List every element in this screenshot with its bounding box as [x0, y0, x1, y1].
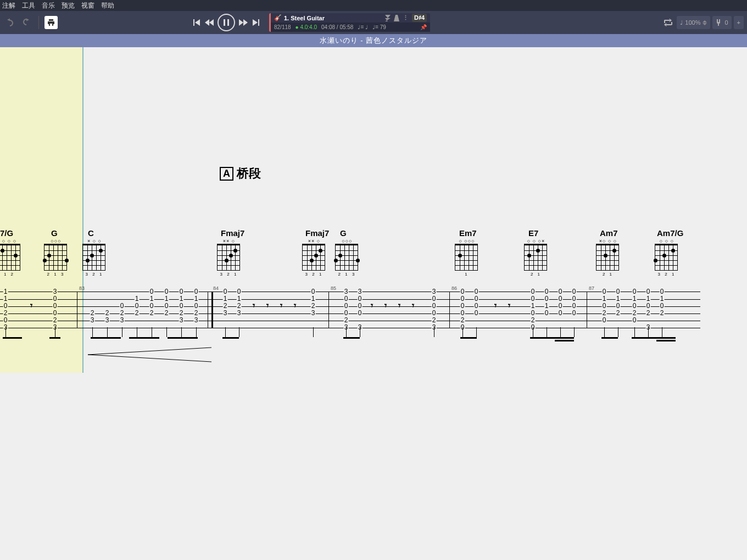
fret-number[interactable]: 0 — [53, 295, 58, 303]
fret-number[interactable]: 0 — [544, 295, 549, 303]
plus-button[interactable]: + — [734, 16, 744, 29]
tool-box[interactable]: 0 — [712, 16, 731, 29]
score-area[interactable]: A桥段 7/G G C Fmaj7 Fmaj7 G Em7 E7 Am7 Am7… — [0, 47, 747, 560]
fret-number[interactable]: 2 — [311, 302, 316, 310]
fret-number[interactable]: 2 — [646, 309, 651, 317]
forward-icon[interactable] — [238, 18, 248, 27]
fret-number[interactable]: 0 — [432, 309, 437, 317]
fret-number[interactable]: 0 — [460, 295, 465, 303]
fret-number[interactable]: 0 — [572, 288, 577, 295]
fret-number[interactable]: 2 — [135, 309, 140, 317]
fret-number[interactable]: 0 — [179, 288, 184, 295]
fret-number[interactable]: 0 — [602, 316, 607, 324]
fret-number[interactable]: 0 — [223, 288, 228, 295]
fret-number[interactable]: 0 — [358, 309, 363, 317]
fret-number[interactable]: 1 — [544, 302, 549, 310]
fret-number[interactable]: 0 — [632, 302, 637, 310]
fret-number[interactable]: 0 — [572, 295, 577, 303]
fret-number[interactable]: 1 — [632, 295, 637, 303]
fret-number[interactable]: 1 — [194, 295, 199, 303]
fret-number[interactable]: 0 — [558, 302, 563, 310]
fret-number[interactable]: 0 — [344, 295, 349, 303]
fret-number[interactable]: 2 — [432, 316, 437, 324]
fret-number[interactable]: 0 — [602, 288, 607, 295]
fret-number[interactable]: 0 — [531, 309, 536, 317]
fret-number[interactable]: 3 — [237, 309, 242, 317]
menu-tools[interactable]: 工具 — [22, 1, 35, 10]
fret-number[interactable]: 2 — [616, 309, 621, 317]
print-button[interactable] — [44, 16, 58, 29]
undo-button[interactable] — [3, 16, 16, 29]
fret-number[interactable]: 0 — [572, 302, 577, 310]
fret-number[interactable]: 1 — [179, 295, 184, 303]
fret-number[interactable]: 2 — [531, 316, 536, 324]
fret-number[interactable]: 2 — [223, 302, 228, 310]
fret-number[interactable]: 0 — [632, 288, 637, 295]
fret-number[interactable]: 2 — [53, 316, 58, 324]
fret-number[interactable]: 0 — [164, 302, 169, 310]
fret-number[interactable]: 2 — [90, 309, 95, 317]
fret-number[interactable]: 3 — [90, 316, 95, 324]
fret-number[interactable]: 0 — [474, 288, 479, 295]
countdown-icon[interactable] — [385, 15, 391, 21]
fret-number[interactable]: 0 — [646, 302, 651, 310]
fret-number[interactable]: 2 — [120, 309, 125, 317]
fret-number[interactable]: 3 — [53, 288, 58, 295]
fret-number[interactable]: 0 — [344, 309, 349, 317]
menu-help[interactable]: 帮助 — [101, 1, 114, 10]
fret-number[interactable]: 1 — [660, 295, 665, 303]
fret-number[interactable]: 0 — [646, 288, 651, 295]
fret-number[interactable]: 0 — [432, 302, 437, 310]
fret-number[interactable]: 1 — [531, 302, 536, 310]
fret-number[interactable]: 0 — [358, 295, 363, 303]
fret-number[interactable]: 1 — [237, 295, 242, 303]
fret-number[interactable]: 0 — [544, 288, 549, 295]
fret-number[interactable]: 0 — [474, 309, 479, 317]
menu-preview[interactable]: 预览 — [62, 1, 75, 10]
speed-stepper[interactable] — [703, 20, 707, 25]
fret-number[interactable]: 0 — [474, 302, 479, 310]
speed-box[interactable]: ♩100% — [677, 16, 710, 29]
fret-number[interactable]: 0 — [544, 309, 549, 317]
fret-number[interactable]: 0 — [53, 309, 58, 317]
track-info-panel[interactable]: 🎸1. Steel Guitar ⋮ D♯4 82/118 ● 4.0:4.0 … — [269, 13, 430, 32]
fret-number[interactable]: 0 — [616, 288, 621, 295]
fret-number[interactable]: 2 — [237, 302, 242, 310]
fret-number[interactable]: 3 — [432, 288, 437, 295]
fret-number[interactable]: 1 — [135, 295, 140, 303]
pause-button[interactable] — [218, 14, 235, 31]
fret-number[interactable]: 0 — [164, 288, 169, 295]
fret-number[interactable]: 0 — [53, 302, 58, 310]
fret-number[interactable]: 0 — [358, 302, 363, 310]
fret-number[interactable]: 0 — [149, 302, 154, 310]
fret-number[interactable]: 0 — [194, 302, 199, 310]
fret-number[interactable]: 2 — [105, 309, 110, 317]
rewind-icon[interactable] — [204, 18, 214, 27]
fret-number[interactable]: 0 — [602, 302, 607, 310]
fret-number[interactable]: 0 — [135, 302, 140, 310]
fret-number[interactable]: 1 — [616, 295, 621, 303]
fret-number[interactable]: 0 — [194, 288, 199, 295]
fret-number[interactable]: 0 — [460, 288, 465, 295]
fret-number[interactable]: 0 — [3, 316, 8, 324]
fret-number[interactable]: 0 — [311, 288, 316, 295]
fret-number[interactable]: 0 — [558, 295, 563, 303]
fret-number[interactable]: 0 — [572, 309, 577, 317]
fret-number[interactable]: 1 — [3, 288, 8, 295]
fret-number[interactable]: 0 — [149, 288, 154, 295]
fret-number[interactable]: 0 — [3, 302, 8, 310]
metronome-icon[interactable] — [394, 15, 399, 21]
fret-number[interactable]: 2 — [3, 309, 8, 317]
fret-number[interactable]: 2 — [149, 309, 154, 317]
fret-number[interactable]: 0 — [660, 288, 665, 295]
fret-number[interactable]: 1 — [646, 295, 651, 303]
fret-number[interactable]: 2 — [660, 309, 665, 317]
loop-button[interactable] — [661, 16, 674, 29]
fret-number[interactable]: 0 — [474, 295, 479, 303]
fret-number[interactable]: 2 — [194, 309, 199, 317]
menu-window[interactable]: 视窗 — [81, 1, 94, 10]
fret-number[interactable]: 1 — [3, 295, 8, 303]
redo-button[interactable] — [20, 16, 33, 29]
fret-number[interactable]: 3 — [311, 309, 316, 317]
fret-number[interactable]: 0 — [344, 302, 349, 310]
